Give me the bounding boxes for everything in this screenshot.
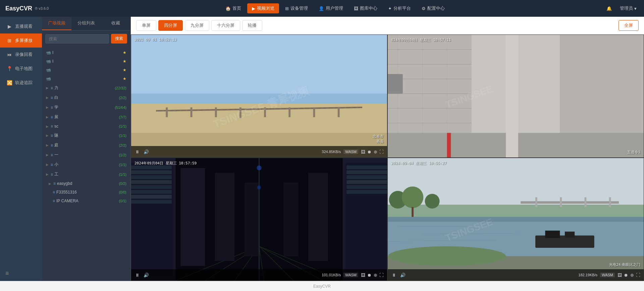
svg-rect-85 (560, 197, 562, 207)
video-cell-1[interactable]: TSINGSEE 青犀视频 2021 09 01 10:52:13 忠卓市 夯县… (131, 34, 387, 158)
expand-icon: ▶ (46, 125, 49, 128)
svg-rect-6 (166, 107, 168, 117)
item-label: IP CAMERA (56, 199, 78, 203)
sidebar-item-multiscreen[interactable]: ⊞ 多屏播放 (0, 33, 42, 48)
list-item[interactable]: ▶ ≡ 庭 (2/2) (42, 140, 130, 150)
list-item[interactable]: ▶ ≡ 小 (1/1) (42, 160, 130, 169)
svg-rect-30 (447, 133, 451, 157)
tab-groups[interactable]: 分组列表 (71, 17, 101, 30)
svg-rect-32 (388, 74, 403, 94)
list-item[interactable]: ▶ ≡ 展 (7/7) (42, 112, 130, 122)
sidebar-item-map[interactable]: 📍 电子地图 (0, 62, 42, 76)
fullscreen-icon[interactable]: ⛶ (636, 273, 640, 278)
svg-rect-66 (180, 168, 205, 266)
list-item[interactable]: ▶ ≡ 工 (1/1) (42, 169, 130, 179)
item-count: (0/1) (119, 199, 126, 203)
track-icon: 🔀 (6, 80, 12, 85)
list-item[interactable]: 📹 I ★ (42, 57, 130, 66)
volume-button-3[interactable]: 🔊 (143, 273, 150, 278)
nav-device-mgmt[interactable]: ⊞ 设备管理 (280, 3, 313, 13)
notification-button[interactable]: 🔔 (604, 5, 614, 12)
pause-button-4[interactable]: ⏸ (391, 273, 397, 278)
ptz-icon[interactable]: ⊕ (374, 149, 377, 154)
sidebar-more-button[interactable]: ≡ (0, 266, 42, 281)
list-item[interactable]: ≡ F33551316 (0/0) (42, 188, 130, 197)
nine-screen-button[interactable]: 九分屏 (185, 20, 209, 31)
video-timestamp-4: 2024-09-04 星期三 10:55:27 (391, 161, 446, 166)
video-cell-2[interactable]: TSINGSEE 024年09月04日 星期三 10:57:11 五道令1 (387, 34, 644, 158)
expand-icon: ▶ (46, 143, 49, 147)
svg-rect-11 (288, 107, 290, 117)
single-screen-button[interactable]: 单屏 (136, 20, 156, 31)
list-item[interactable]: ▶ ≡ sc (1/1) (42, 122, 130, 131)
list-item[interactable]: ▶ ≡ 一 (1/2) (42, 150, 130, 160)
tab-plaza[interactable]: 广场视频 (42, 17, 71, 30)
list-item[interactable]: ▶ ≡ 学 (51/64) (42, 102, 130, 112)
user-icon: 👤 (319, 6, 324, 11)
sidebar-item-playback[interactable]: ⏮ 录像回看 (0, 48, 42, 62)
item-count: (0/2) (119, 181, 126, 186)
speed-info-4: 182.19KB/s (578, 273, 597, 277)
folder-icon: ≡ (53, 190, 55, 195)
fullscreen-icon[interactable]: ⛶ (379, 149, 384, 154)
app-name: EasyCVR (5, 5, 32, 12)
svg-rect-67 (215, 173, 235, 261)
nav-video-browse[interactable]: ▶ 视频浏览 (247, 3, 279, 13)
search-button[interactable]: 搜索 (111, 34, 127, 44)
video-label-4: 光电24-南眼比之门 (609, 262, 640, 267)
pause-button-3[interactable]: ⏸ (135, 273, 140, 278)
list-item[interactable]: 📹 ★ (42, 66, 130, 74)
list-item[interactable]: ▶ ≡ easygbd (0/2) (42, 179, 130, 188)
item-count: (2/2) (119, 96, 126, 100)
fullscreen-icon[interactable]: ⛶ (379, 273, 384, 278)
svg-rect-43 (131, 190, 172, 194)
ptz-icon[interactable]: ⊕ (374, 273, 377, 278)
sidebar-item-live[interactable]: ▶ 直播观看 (0, 19, 42, 33)
svg-rect-94 (412, 207, 414, 217)
list-item[interactable]: 📹 I ★ (42, 48, 130, 57)
screenshot-icon[interactable]: 🖼 (618, 273, 622, 278)
ptz-icon[interactable]: ⊕ (630, 273, 634, 278)
device-icon: ⊞ (285, 6, 289, 11)
nav-media-center[interactable]: 🖼 图库中心 (349, 3, 382, 13)
folder-icon: ≡ (51, 162, 53, 167)
list-item[interactable]: ▶ ≡ 白 (2/2) (42, 93, 130, 102)
pause-button-1[interactable]: ⏸ (135, 149, 140, 154)
sidebar-item-track[interactable]: 🔀 轨迹追踪 (0, 76, 42, 90)
record-icon[interactable]: ⏺ (624, 273, 628, 278)
nav-config[interactable]: ⚙ 配置中心 (417, 3, 449, 13)
speed-info-3: 101.01KB/s (322, 273, 341, 277)
nav-user-mgmt[interactable]: 👤 用户管理 (314, 3, 348, 13)
volume-button-1[interactable]: 🔊 (143, 149, 150, 154)
fullscreen-button[interactable]: 全屏 (619, 20, 639, 31)
search-input[interactable] (45, 34, 109, 44)
screenshot-icon[interactable]: 🖼 (361, 273, 365, 278)
expand-icon: ▶ (46, 172, 49, 176)
video-cell-4[interactable]: TSINGSEE 2024-09-04 星期三 10:55:27 ⏸ 🔊 182… (387, 158, 644, 281)
video-cell-3[interactable]: 2024年09月04日 星期三 10:57:59 ⏸ 🔊 101.01KB/s … (131, 158, 387, 281)
nav-home[interactable]: 🏠 首页 (221, 3, 246, 13)
folder-icon: ≡ (51, 124, 53, 129)
sixteen-screen-button[interactable]: 十六分屏 (211, 20, 240, 31)
screenshot-icon[interactable]: 🖼 (361, 149, 365, 154)
item-count: (22/32) (115, 86, 126, 90)
item-count: (1/1) (119, 134, 126, 138)
user-menu[interactable]: 管理员 ▾ (618, 4, 639, 13)
record-icon[interactable]: ⏺ (367, 149, 372, 154)
expand-icon: ▶ (46, 86, 49, 90)
list-item[interactable]: 📹 ★ (42, 74, 130, 83)
footer: EasyCVR (0, 281, 644, 291)
quad-screen-button[interactable]: 四分屏 (158, 20, 183, 31)
volume-button-4[interactable]: 🔊 (399, 273, 406, 278)
multiscreen-icon: ⊞ (6, 38, 12, 43)
svg-rect-86 (584, 197, 586, 207)
nav-analytics[interactable]: ✦ 分析平台 (383, 3, 416, 13)
svg-rect-41 (131, 180, 172, 184)
list-item[interactable]: ≡ IP CAMERA (0/1) (42, 197, 130, 205)
tab-favorites[interactable]: 收藏 (101, 17, 130, 30)
record-icon[interactable]: ⏺ (367, 273, 372, 278)
list-item[interactable]: ▶ ≡ 力 (22/32) (42, 83, 130, 93)
list-item[interactable]: ▶ ≡ 隧 (1/1) (42, 131, 130, 140)
carousel-button[interactable]: 轮播 (242, 20, 262, 31)
main-layout: ▶ 直播观看 ⊞ 多屏播放 ⏮ 录像回看 📍 电子地图 🔀 轨迹追踪 ≡ 广场视… (0, 17, 644, 281)
